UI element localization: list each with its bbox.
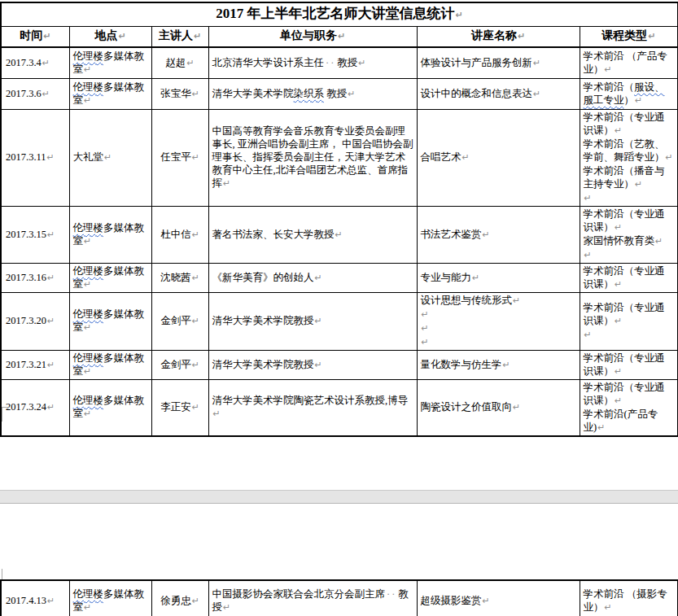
column-header-地点[interactable]: 地点↵ bbox=[69, 26, 151, 47]
cell-lecture-name[interactable]: 体验设计与产品服务创新↵ bbox=[417, 47, 580, 78]
paragraph-mark: ↵ bbox=[472, 273, 479, 283]
column-header-主讲人[interactable]: 主讲人↵ bbox=[151, 26, 208, 47]
text-segment: 金剑平 bbox=[160, 359, 191, 370]
paragraph-mark: ↵ bbox=[47, 402, 55, 413]
paragraph-mark: ↵ bbox=[635, 179, 642, 190]
paragraph-mark: ↵ bbox=[84, 366, 91, 377]
cell-lecture-name[interactable]: 陶瓷设计之价值取向↵ bbox=[417, 379, 580, 436]
table-row: 2017.3.24↵伦理楼多媒体教室↵李正安↵清华大学美术学院陶瓷艺术设计系教授… bbox=[1, 379, 678, 436]
cell-location[interactable]: 伦理楼多媒体教室↵ bbox=[69, 206, 151, 263]
paragraph-mark: ↵ bbox=[615, 316, 622, 326]
cell-time[interactable]: 2017.3.24↵ bbox=[1, 379, 69, 436]
paragraph-mark: ↵ bbox=[192, 402, 199, 413]
column-header-讲座名称[interactable]: 讲座名称↵ bbox=[417, 26, 580, 47]
cell-lecture-name[interactable]: 设计中的概念和信息表达↵ bbox=[417, 78, 580, 109]
cell-location[interactable]: 伦理楼多媒体教室↵ bbox=[69, 292, 151, 350]
column-header-时间[interactable]: 时间↵ bbox=[1, 26, 69, 47]
cell-time[interactable]: 2017.3.4↵ bbox=[1, 47, 69, 78]
cell-time[interactable]: 2017.3.16↵ bbox=[1, 263, 69, 292]
paragraph: 超级摄影鉴赏↵ bbox=[421, 594, 576, 608]
cell-location[interactable]: 伦理楼多媒体教室↵ bbox=[69, 47, 151, 78]
paragraph-mark: ↵ bbox=[223, 602, 230, 613]
cell-unit-position[interactable]: 中国摄影协会家联合会北京分会副主席··教授↵ bbox=[208, 580, 417, 616]
cell-speaker[interactable]: 杜中信↵ bbox=[151, 206, 208, 263]
cell-location[interactable]: 伦理楼多媒体教室↵ bbox=[69, 78, 151, 109]
cell-unit-position[interactable]: 中国高等教育学会音乐教育专业委员会副理事长, 亚洲合唱协会副主席， 中国合唱协会… bbox=[208, 109, 417, 206]
cell-unit-position[interactable]: 清华大学美术学院染织系 教授↵ bbox=[208, 78, 417, 109]
cell-speaker[interactable]: 赵超↵ bbox=[151, 47, 208, 78]
cell-lecture-name[interactable]: 书法艺术鉴赏↵ bbox=[417, 206, 580, 263]
paragraph: ↵ bbox=[584, 191, 675, 205]
cell-unit-position[interactable]: 清华大学美术学院陶瓷艺术设计系教授,博导↵ bbox=[208, 379, 417, 436]
paragraph: 专业与能力↵ bbox=[421, 271, 576, 285]
paragraph-mark: ↵ bbox=[192, 229, 199, 240]
cell-unit-position[interactable]: 《新华美育》的创始人↵ bbox=[208, 263, 417, 292]
lecture-info-table-page1: 2017 年上半年北艺名师大讲堂信息统计↵ 时间↵地点↵主讲人↵单位与职务↵讲座… bbox=[0, 2, 678, 437]
paragraph: ↵ bbox=[421, 321, 576, 335]
cell-unit-position[interactable]: 清华大学美术学院教授↵ bbox=[208, 292, 417, 350]
cell-time[interactable]: 2017.4.13↵ bbox=[1, 580, 69, 616]
cell-location[interactable]: 伦理楼多媒体教室↵ bbox=[69, 379, 151, 436]
cell-lecture-name[interactable]: 专业与能力↵ bbox=[417, 263, 580, 292]
cell-time[interactable]: 2017.3.21↵ bbox=[1, 350, 69, 379]
cell-speaker[interactable]: 李正安↵ bbox=[151, 379, 208, 436]
cell-time[interactable]: 2017.3.15↵ bbox=[1, 206, 69, 263]
text-segment: 学术前沿（专业通识课） bbox=[584, 111, 665, 136]
paragraph: 伦理楼多媒体教室↵ bbox=[73, 221, 148, 248]
cell-lecture-name[interactable]: 超级摄影鉴赏↵ bbox=[417, 580, 580, 616]
cell-speaker[interactable]: 金剑平↵ bbox=[151, 292, 208, 350]
cell-course-type[interactable]: 学术前沿（专业通识课）↵↵ bbox=[580, 292, 678, 350]
cell-time[interactable]: 2017.3.6↵ bbox=[1, 78, 69, 109]
cell-course-type[interactable]: 学术前沿 （产品专业）↵ bbox=[580, 47, 678, 78]
cell-course-type[interactable]: 学术前沿（专业通识课）↵家国情怀教育类↵↵ bbox=[580, 206, 678, 263]
column-header-单位与职务[interactable]: 单位与职务↵ bbox=[208, 26, 417, 47]
cell-course-type[interactable]: 学术前沿（专业通识课）↵学术前沿（艺教、学前、舞蹈专业）↵学术前沿（播音与主持专… bbox=[580, 109, 678, 206]
cell-lecture-name[interactable]: 合唱艺术↵ bbox=[417, 109, 580, 206]
paragraph-mark: ↵ bbox=[315, 273, 322, 283]
cell-location[interactable]: 伦理楼多媒体教室↵ bbox=[69, 263, 151, 292]
paragraph: 学术前沿 （产品专业）↵ bbox=[584, 50, 675, 76]
spellcheck-flagged-text: 伦理楼 bbox=[73, 222, 104, 234]
cell-speaker[interactable]: 沈晓茜↵ bbox=[151, 263, 208, 292]
cell-location[interactable]: 伦理楼多媒体教室↵ bbox=[69, 350, 151, 379]
document-title-cell[interactable]: 2017 年上半年北艺名师大讲堂信息统计↵ bbox=[1, 2, 678, 26]
cell-speaker[interactable]: 金剑平↵ bbox=[151, 350, 208, 379]
text-segment: 学术前沿 （摄影专业） bbox=[584, 588, 667, 613]
cell-location[interactable]: 伦理楼多媒体教室↵ bbox=[69, 580, 151, 616]
cell-speaker[interactable]: 任宝平↵ bbox=[151, 109, 208, 206]
paragraph: 2017.4.13↵ bbox=[6, 594, 66, 608]
text-segment: 2017.3.6 bbox=[6, 88, 42, 99]
cell-lecture-name[interactable]: 设计思想与传统形式↵↵↵↵ bbox=[417, 292, 580, 350]
cell-course-type[interactable]: 学术前沿（专业通识课）↵ bbox=[580, 263, 678, 292]
cell-course-type[interactable]: 学术前沿（专业通识课）↵ bbox=[580, 350, 678, 379]
cell-unit-position[interactable]: 著名书法家、长安大学教授↵ bbox=[208, 206, 417, 263]
paragraph-mark: ↵ bbox=[47, 152, 55, 163]
cell-unit-position[interactable]: 北京清华大学设计系主任··教授↵ bbox=[208, 47, 417, 78]
cell-location[interactable]: 大礼堂↵ bbox=[69, 109, 151, 206]
paragraph: 设计思想与传统形式↵ bbox=[421, 294, 576, 308]
page-break-gap bbox=[0, 490, 678, 504]
text-segment: 2017.4.13 bbox=[6, 595, 46, 606]
paragraph-mark: ↵ bbox=[422, 309, 429, 320]
cell-time[interactable]: 2017.3.11↵ bbox=[1, 109, 69, 206]
text-segment: 2017.3.24 bbox=[6, 401, 46, 413]
cell-unit-position[interactable]: 清华大学美术学院教授↵ bbox=[208, 350, 417, 379]
cell-speaker[interactable]: 徐勇忠↵ bbox=[151, 580, 208, 616]
paragraph-mark: ↵ bbox=[47, 273, 55, 283]
cell-course-type[interactable]: 学术前沿（服设、服工专业）↵ bbox=[580, 78, 678, 109]
cell-lecture-name[interactable]: 量化数学与仿生学↵ bbox=[417, 350, 580, 379]
paragraph-mark: ↵ bbox=[213, 408, 221, 419]
cell-course-type[interactable]: 学术前沿（专业通识课）↵学术前沿(产品专业)↵ bbox=[580, 379, 678, 436]
text-segment: 2017.3.4 bbox=[6, 57, 42, 68]
paragraph-mark: ↵ bbox=[605, 64, 612, 75]
paragraph-mark: ↵ bbox=[192, 360, 199, 370]
column-header-课程类型[interactable]: 课程类型↵ bbox=[580, 26, 678, 47]
cell-time[interactable]: 2017.3.20↵ bbox=[1, 292, 69, 350]
spellcheck-flagged-text: 伦理楼 bbox=[73, 588, 104, 600]
space-formatting-dots: ·· bbox=[326, 57, 335, 68]
paragraph-mark: ↵ bbox=[84, 64, 91, 75]
text-segment: 2017.3.16 bbox=[6, 272, 46, 283]
paragraph: 大礼堂↵ bbox=[73, 151, 148, 164]
cell-course-type[interactable]: 学术前沿 （摄影专业）↵ bbox=[580, 580, 678, 616]
cell-speaker[interactable]: 张宝华↵ bbox=[151, 78, 208, 109]
